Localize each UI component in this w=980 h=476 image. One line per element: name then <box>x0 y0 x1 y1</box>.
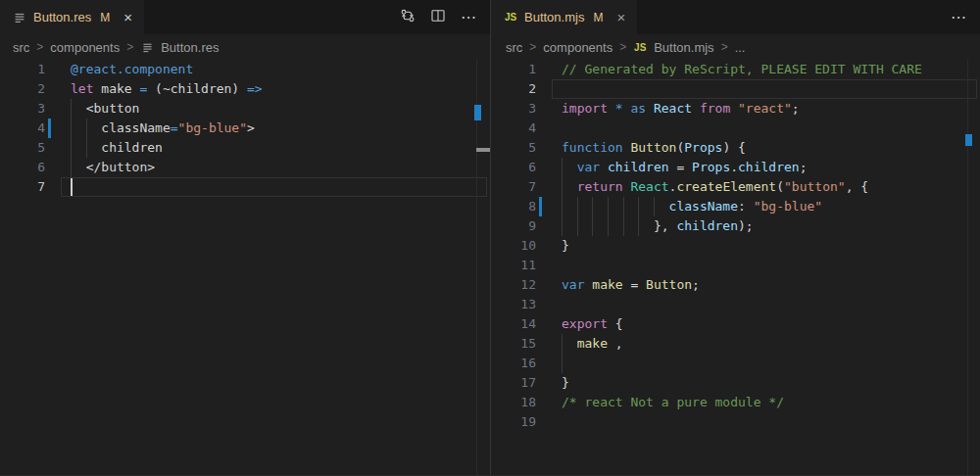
tab-button-res[interactable]: Button.res M × <box>0 0 144 34</box>
chevron-right-icon: > <box>126 40 133 54</box>
code-line[interactable]: 5 children <box>0 138 490 158</box>
indent-guide <box>562 216 563 236</box>
line-number[interactable]: 13 <box>491 295 536 314</box>
breadcrumb-item-src[interactable]: src <box>13 40 29 55</box>
line-number[interactable]: 14 <box>491 314 536 334</box>
code-line[interactable]: 12var make = Button; <box>491 275 980 295</box>
close-icon[interactable]: × <box>123 10 132 24</box>
code-token: </button> <box>71 160 155 174</box>
code-line[interactable]: 7 <box>0 177 490 197</box>
editor[interactable]: 1@react.component2let make = (~children)… <box>0 60 490 197</box>
indent-guide <box>562 158 563 177</box>
code-line[interactable]: 3 <button <box>0 99 490 119</box>
tab-button-mjs[interactable]: JS Button.mjs M × <box>491 0 637 34</box>
line-number[interactable]: 4 <box>0 119 45 138</box>
line-number[interactable]: 6 <box>0 158 45 177</box>
line-number[interactable]: 16 <box>491 354 536 373</box>
indent-guide <box>577 216 578 236</box>
code-text: function Button(Props) { <box>562 138 746 158</box>
breadcrumb-item-components[interactable]: components <box>543 40 612 55</box>
code-line[interactable]: 4 className="bg-blue"> <box>0 119 490 138</box>
split-editor-icon[interactable] <box>430 8 446 27</box>
tab-bar: Button.res M × ⋯ <box>0 0 490 34</box>
code-text: className: "bg-blue" <box>562 197 822 216</box>
code-token: as <box>630 101 646 116</box>
breadcrumb-item-file[interactable]: Button.res <box>161 40 219 55</box>
code-line[interactable]: 1@react.component <box>0 60 490 79</box>
code-token: children <box>71 140 163 155</box>
code-line[interactable]: 6 var children = Props.children; <box>491 158 980 177</box>
close-icon[interactable]: × <box>616 10 625 24</box>
line-number[interactable]: 2 <box>0 79 45 99</box>
code-line[interactable]: 14export { <box>491 314 980 334</box>
code-token: (~children) <box>147 81 247 96</box>
indent-guide <box>638 197 639 216</box>
code-line[interactable]: 1// Generated by ReScript, PLEASE EDIT W… <box>491 60 980 79</box>
overview-ruler[interactable] <box>476 60 477 476</box>
line-number[interactable]: 2 <box>491 79 536 99</box>
code-line[interactable]: 10} <box>491 236 980 256</box>
indent-guide <box>608 197 609 216</box>
line-number[interactable]: 10 <box>491 236 536 256</box>
current-line-highlight <box>61 177 487 197</box>
line-number[interactable]: 6 <box>491 158 536 177</box>
code-line[interactable]: 2 <box>491 79 980 99</box>
line-number[interactable]: 1 <box>0 60 45 79</box>
breadcrumb-item-components[interactable]: components <box>50 40 120 55</box>
code-token: . <box>730 160 738 174</box>
line-number[interactable]: 7 <box>491 177 536 197</box>
line-number[interactable]: 17 <box>491 373 536 393</box>
line-number[interactable]: 12 <box>491 275 536 295</box>
code-token: "react" <box>738 101 792 116</box>
editor[interactable]: 1// Generated by ReScript, PLEASE EDIT W… <box>491 60 980 432</box>
breadcrumb-item-file[interactable]: Button.mjs <box>654 40 713 55</box>
code-token: { <box>608 316 623 331</box>
overview-ruler[interactable] <box>967 60 968 476</box>
line-number[interactable]: 4 <box>491 119 536 138</box>
code-line[interactable]: 16 <box>491 354 980 373</box>
code-line[interactable]: 15 make , <box>491 334 980 354</box>
editor-toolbar: ⋯ <box>400 0 490 34</box>
code-line[interactable]: 13 <box>491 295 980 314</box>
code-line[interactable]: 5function Button(Props) { <box>491 138 980 158</box>
code-token: // Generated by ReScript, PLEASE EDIT WI… <box>562 62 922 76</box>
code-line[interactable]: 17} <box>491 373 980 393</box>
code-line[interactable]: 7 return React.createElement("button", { <box>491 177 980 197</box>
code-line[interactable]: 18/* react Not a pure module */ <box>491 393 980 412</box>
code-line[interactable]: 6 </button> <box>0 158 490 177</box>
js-file-icon: JS <box>503 10 518 25</box>
line-number[interactable]: 15 <box>491 334 536 354</box>
line-number[interactable]: 8 <box>491 197 536 216</box>
open-changes-icon[interactable] <box>400 8 416 27</box>
code-line[interactable]: 19 <box>491 412 980 432</box>
line-number[interactable]: 11 <box>491 256 536 275</box>
code-line[interactable]: 4 <box>491 119 980 138</box>
code-token <box>730 101 738 116</box>
indent-guide <box>623 197 624 216</box>
code-text: className="bg-blue"> <box>71 119 255 138</box>
breadcrumb-symbol-ellipsis[interactable]: ... <box>735 40 746 55</box>
code-text: export { <box>562 314 623 334</box>
more-actions-icon[interactable]: ⋯ <box>461 10 476 25</box>
code-line[interactable]: 2let make = (~children) => <box>0 79 490 99</box>
line-number[interactable]: 9 <box>491 216 536 236</box>
line-number[interactable]: 1 <box>491 60 536 79</box>
line-number[interactable]: 5 <box>491 138 536 158</box>
line-number[interactable]: 19 <box>491 412 536 432</box>
code-line[interactable]: 9 }, children); <box>491 216 980 236</box>
line-number[interactable]: 7 <box>0 177 45 197</box>
code-text: make , <box>562 334 623 354</box>
line-number[interactable]: 5 <box>0 138 45 158</box>
indent-guide <box>71 158 72 177</box>
indent-guide <box>592 197 593 216</box>
line-number[interactable]: 3 <box>0 99 45 119</box>
line-number[interactable]: 3 <box>491 99 536 119</box>
gutter-modified-indicator <box>48 119 51 138</box>
code-line[interactable]: 3import * as React from "react"; <box>491 99 980 119</box>
line-number[interactable]: 18 <box>491 393 536 412</box>
indent-guide <box>71 99 72 119</box>
more-actions-icon[interactable]: ⋯ <box>951 10 966 25</box>
code-line[interactable]: 8 className: "bg-blue" <box>491 197 980 216</box>
code-line[interactable]: 11 <box>491 256 980 275</box>
breadcrumb-item-src[interactable]: src <box>506 40 522 55</box>
